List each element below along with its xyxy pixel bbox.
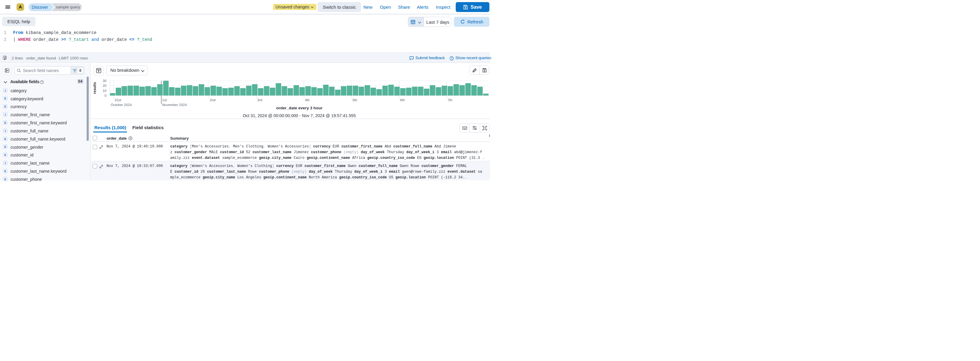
svg-text:7th: 7th — [448, 98, 452, 102]
svg-text:November 2024: November 2024 — [162, 103, 187, 107]
svg-text:31st: 31st — [115, 98, 121, 102]
svg-text:order_date every 3 hour: order_date every 3 hour — [276, 106, 323, 110]
svg-text:Oct 31, 2024 @ 00:00:00.000 -: Oct 31, 2024 @ 00:00:00.000 - Nov 7, 202… — [243, 113, 356, 118]
svg-text:October 2024: October 2024 — [111, 103, 132, 107]
svg-text:4th: 4th — [305, 98, 310, 102]
svg-text:5th: 5th — [353, 98, 357, 102]
svg-text:3rd: 3rd — [257, 98, 262, 102]
svg-text:30: 30 — [103, 79, 107, 82]
svg-text:10: 10 — [103, 89, 107, 92]
svg-text:1st: 1st — [162, 98, 167, 102]
svg-text:results: results — [93, 82, 97, 94]
svg-text:6th: 6th — [400, 98, 405, 102]
svg-text:20: 20 — [103, 84, 107, 87]
svg-text:2nd: 2nd — [210, 98, 215, 102]
svg-text:0: 0 — [105, 94, 107, 97]
